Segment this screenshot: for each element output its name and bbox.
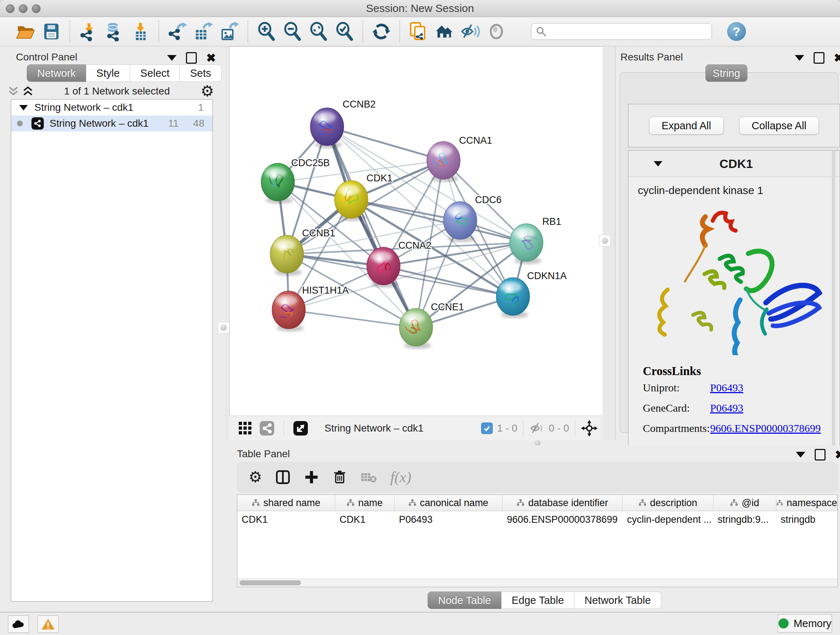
zoom-fit-button[interactable] xyxy=(308,21,329,42)
network-canvas[interactable]: CCNB2CCNA1CDC25BCDK1CDC6RB1CCNB1CCNA2CDK… xyxy=(229,46,603,416)
close-panel-icon[interactable]: ✖ xyxy=(834,53,840,63)
home-button[interactable] xyxy=(434,21,455,42)
export-image-button[interactable] xyxy=(219,21,240,42)
help-button[interactable]: ? xyxy=(727,22,746,41)
network-node-hist1h1a[interactable]: HIST1H1A xyxy=(272,285,349,332)
tab-select[interactable]: Select xyxy=(130,65,180,82)
column-header[interactable]: @id xyxy=(714,495,776,511)
network-collection-row[interactable]: String Network – cdk1 1 xyxy=(11,100,212,116)
redraw-network-button[interactable] xyxy=(371,21,392,42)
results-content: Expand All Collapse All CDK1 cyclin-depe… xyxy=(620,73,838,433)
clone-network-button[interactable] xyxy=(408,21,429,42)
warnings-button[interactable] xyxy=(38,616,58,633)
open-session-button[interactable] xyxy=(15,21,36,42)
collapse-panel-icon[interactable] xyxy=(796,452,805,458)
column-header[interactable]: database identifier xyxy=(502,495,622,511)
tab-network-table[interactable]: Network Table xyxy=(575,592,661,609)
table-cell[interactable]: cyclin-dependent ... xyxy=(622,511,714,528)
section-collapse-icon[interactable] xyxy=(654,161,662,166)
table-cell[interactable]: P06493 xyxy=(395,511,502,528)
selected-count-checkbox[interactable] xyxy=(481,423,493,434)
search-input[interactable] xyxy=(546,26,700,38)
column-header[interactable]: canonical name xyxy=(395,495,502,511)
table-hscrollbar[interactable] xyxy=(237,578,837,587)
network-options-gear-icon[interactable]: ⚙ xyxy=(201,84,214,98)
show-all-button[interactable] xyxy=(486,21,507,42)
node-label: CCNA1 xyxy=(459,135,493,146)
zoom-selected-button[interactable] xyxy=(334,21,355,42)
zoom-out-button[interactable] xyxy=(282,21,303,42)
import-table-file-button[interactable] xyxy=(130,21,151,42)
collapse-panel-icon[interactable] xyxy=(167,55,177,61)
column-header[interactable]: shared name xyxy=(237,495,335,511)
grid-view-button[interactable] xyxy=(237,420,254,437)
network-edge[interactable] xyxy=(384,266,513,296)
tab-network[interactable]: Network xyxy=(27,65,86,82)
tab-style[interactable]: Style xyxy=(86,65,130,82)
genecard-link[interactable]: P06493 xyxy=(710,402,744,414)
close-panel-icon[interactable]: ✖ xyxy=(206,53,216,63)
eye-slash-icon xyxy=(461,22,480,41)
save-session-button[interactable] xyxy=(41,21,62,42)
search-field[interactable] xyxy=(531,23,712,40)
import-network-database-button[interactable] xyxy=(104,21,125,42)
collapse-panel-icon[interactable] xyxy=(795,55,804,61)
collapse-all-button[interactable]: Collapse All xyxy=(739,117,819,135)
table-cell[interactable]: stringdb:9... xyxy=(714,511,776,528)
left-splitter-handle[interactable] xyxy=(218,322,229,333)
float-panel-icon[interactable] xyxy=(815,449,826,461)
hidden-eye-icon[interactable] xyxy=(529,422,545,435)
export-network-button[interactable] xyxy=(167,21,188,42)
network-row-selected[interactable]: String Network – cdk1 11 48 xyxy=(11,116,212,131)
close-panel-icon[interactable]: ✖ xyxy=(835,450,840,459)
export-table-button[interactable] xyxy=(193,21,214,42)
results-scrollbar[interactable] xyxy=(832,150,835,456)
table-cell[interactable]: stringdb xyxy=(776,511,837,528)
column-header[interactable]: namespace xyxy=(776,495,837,511)
float-panel-icon[interactable] xyxy=(813,52,824,64)
table-options-gear-icon[interactable]: ⚙ xyxy=(248,470,262,485)
expand-all-icon[interactable] xyxy=(22,85,33,97)
uniprot-link[interactable]: P06493 xyxy=(710,382,744,394)
add-column-icon[interactable] xyxy=(303,469,319,485)
network-node-cdkn1a[interactable]: CDKN1A xyxy=(496,271,567,318)
network-node-ccne1[interactable]: CCNE1 xyxy=(399,302,464,349)
network-edge[interactable] xyxy=(289,310,416,327)
network-edge[interactable] xyxy=(327,127,416,327)
network-node-rb1[interactable]: RB1 xyxy=(510,216,561,264)
tab-string[interactable]: String xyxy=(706,65,747,82)
network-node-ccna1[interactable]: CCNA1 xyxy=(427,135,493,182)
detach-view-button[interactable] xyxy=(292,420,309,437)
compartments-link[interactable]: 9606.ENSP00000378699 xyxy=(710,422,821,434)
zoom-in-button[interactable] xyxy=(256,21,277,42)
right-splitter-handle[interactable] xyxy=(599,235,611,247)
import-network-file-button[interactable] xyxy=(78,21,99,42)
tab-sets[interactable]: Sets xyxy=(180,65,221,82)
tab-edge-table[interactable]: Edge Table xyxy=(501,592,575,609)
hide-selected-button[interactable] xyxy=(460,21,481,42)
network-edge[interactable] xyxy=(327,127,444,160)
column-header[interactable]: name xyxy=(335,495,395,511)
table-cell[interactable]: CDK1 xyxy=(335,511,395,528)
network-edges[interactable] xyxy=(278,127,526,327)
protein-header[interactable]: CDK1 xyxy=(628,150,840,177)
left-splitter[interactable] xyxy=(225,46,229,440)
collapse-all-icon[interactable] xyxy=(8,85,19,97)
table-cell[interactable]: 9606.ENSP00000378699 xyxy=(502,511,622,528)
column-header[interactable]: description xyxy=(622,495,714,511)
float-panel-icon[interactable] xyxy=(186,52,197,64)
show-columns-icon[interactable] xyxy=(275,469,291,486)
expand-all-button[interactable]: Expand All xyxy=(649,117,724,135)
table-cell[interactable]: CDK1 xyxy=(237,511,335,528)
node-table[interactable]: shared namenamecanonical namedatabase id… xyxy=(237,494,838,587)
network-graph[interactable]: CCNB2CCNA1CDC25BCDK1CDC6RB1CCNB1CCNA2CDK… xyxy=(230,47,603,416)
network-overview-button[interactable] xyxy=(259,420,275,437)
delete-column-icon[interactable] xyxy=(332,469,347,485)
memory-button[interactable]: Memory xyxy=(778,614,832,632)
birdseye-navigator-icon[interactable] xyxy=(581,420,598,437)
table-row[interactable]: CDK1CDK1P064939606.ENSP00000378699cyclin… xyxy=(237,511,837,528)
table-hscroll-thumb[interactable] xyxy=(240,580,301,585)
cloud-status-button[interactable] xyxy=(8,616,29,633)
tab-node-table[interactable]: Node Table xyxy=(428,592,501,609)
tree-expand-icon[interactable] xyxy=(19,105,28,111)
